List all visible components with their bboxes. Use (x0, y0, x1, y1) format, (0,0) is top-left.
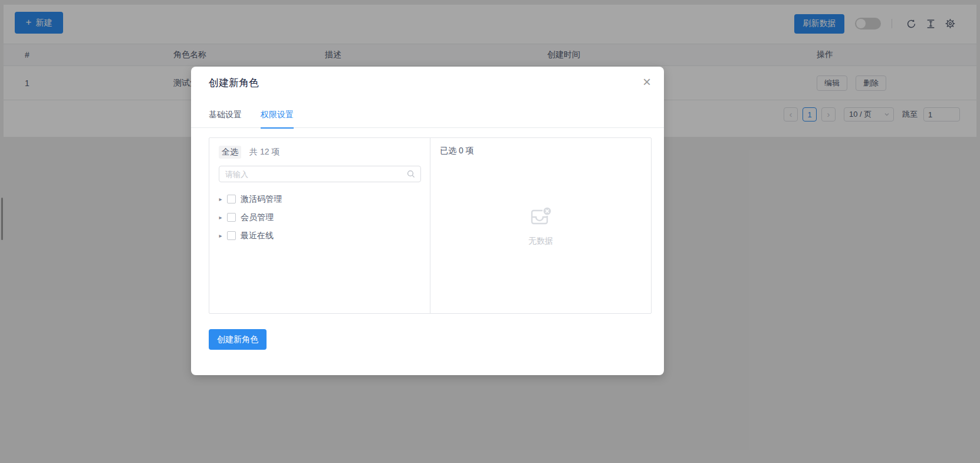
tree-item: ▸ 会员管理 (215, 208, 425, 226)
tree-item: ▸ 激活码管理 (215, 190, 425, 208)
create-role-submit-button[interactable]: 创建新角色 (209, 329, 267, 350)
permission-tree: ▸ 激活码管理 ▸ 会员管理 ▸ 最近在线 (215, 190, 425, 245)
source-panel-header: 全选 共 12 项 (219, 146, 279, 159)
create-role-submit-label: 创建新角色 (217, 334, 258, 345)
source-total-count: 共 12 项 (249, 147, 279, 157)
modal-title: 创建新角色 (209, 76, 259, 90)
permission-search-input[interactable] (219, 170, 407, 179)
target-selected-count: 已选 0 项 (440, 146, 474, 156)
tab-basic-settings[interactable]: 基础设置 (209, 102, 242, 128)
tree-item-label[interactable]: 最近在线 (241, 231, 274, 241)
tree-checkbox[interactable] (227, 195, 236, 203)
tree-item-label[interactable]: 激活码管理 (241, 194, 282, 205)
tree-item: ▸ 最近在线 (215, 226, 425, 245)
permission-search-box (219, 166, 421, 182)
empty-inbox-icon (529, 204, 553, 228)
modal-tabbar: 基础设置 权限设置 (191, 102, 664, 128)
caret-right-icon[interactable]: ▸ (215, 232, 226, 239)
transfer-target-panel: 已选 0 项 无数据 (430, 138, 651, 313)
caret-right-icon[interactable]: ▸ (215, 196, 226, 202)
close-icon[interactable]: × (643, 75, 651, 89)
select-all-button[interactable]: 全选 (219, 146, 241, 159)
tree-checkbox[interactable] (227, 213, 236, 222)
permission-transfer: 全选 共 12 项 ▸ 激活码管理 ▸ 会员管理 (209, 137, 652, 314)
caret-right-icon[interactable]: ▸ (215, 214, 226, 221)
target-panel-header: 已选 0 项 (440, 146, 474, 156)
tree-checkbox[interactable] (227, 231, 236, 240)
create-role-modal: 创建新角色 × 基础设置 权限设置 全选 共 12 项 ▸ 激活码管理 (191, 67, 664, 375)
transfer-source-panel: 全选 共 12 项 ▸ 激活码管理 ▸ 会员管理 (209, 138, 430, 313)
tab-permission-settings[interactable]: 权限设置 (261, 102, 294, 128)
empty-state-text: 无数据 (528, 236, 553, 247)
tree-item-label[interactable]: 会员管理 (241, 212, 274, 223)
empty-state: 无数据 (430, 204, 651, 247)
search-icon (407, 170, 415, 178)
